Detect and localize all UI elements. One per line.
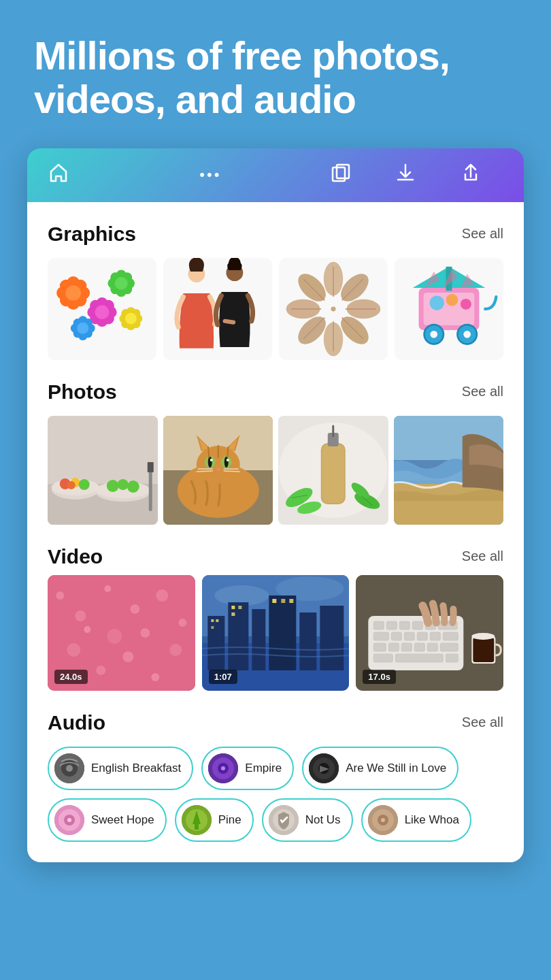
video-item-city[interactable]: 1:07: [202, 575, 350, 691]
svg-point-19: [95, 305, 110, 319]
svg-rect-157: [211, 619, 214, 622]
svg-rect-156: [320, 606, 344, 670]
photo-item-food[interactable]: [48, 416, 158, 525]
svg-rect-191: [473, 638, 495, 662]
home-icon[interactable]: [48, 162, 113, 189]
svg-rect-163: [272, 599, 276, 603]
svg-rect-179: [431, 632, 441, 640]
video-see-all[interactable]: See all: [462, 549, 503, 564]
photo-item-cat[interactable]: [163, 416, 273, 525]
svg-rect-154: [269, 595, 296, 670]
share-icon[interactable]: [438, 162, 503, 189]
svg-point-192: [472, 633, 495, 640]
graphics-section-header: Graphics See all: [48, 223, 503, 246]
svg-point-132: [56, 591, 64, 600]
svg-rect-176: [392, 632, 402, 640]
svg-point-86: [67, 481, 76, 489]
video-item-keyboard[interactable]: 17.0s: [356, 575, 503, 691]
audio-chip-empire[interactable]: Empire: [201, 747, 294, 790]
svg-point-106: [224, 457, 228, 468]
photos-section-header: Photos See all: [48, 380, 503, 404]
svg-rect-183: [402, 643, 412, 651]
svg-rect-162: [231, 612, 235, 616]
svg-rect-210: [195, 824, 199, 830]
svg-rect-165: [289, 599, 293, 603]
audio-thumb-are-we-still: [309, 753, 339, 783]
photo-item-beach[interactable]: [394, 416, 504, 525]
svg-rect-161: [238, 606, 241, 609]
audio-title: Audio: [48, 711, 105, 734]
audio-label-empire: Empire: [245, 762, 282, 775]
svg-point-199: [221, 766, 225, 770]
audio-chip-sweet-hope[interactable]: Sweet Hope: [48, 798, 167, 842]
svg-point-138: [67, 643, 80, 657]
svg-point-137: [178, 619, 186, 627]
graphic-item-cart[interactable]: [395, 258, 503, 360]
audio-label-are-we-still: Are We Still in Love: [346, 762, 446, 775]
svg-point-135: [130, 604, 139, 614]
svg-point-75: [430, 331, 437, 338]
photos-see-all[interactable]: See all: [462, 384, 503, 399]
audio-chip-like-whoa[interactable]: Like Whoa: [361, 798, 471, 842]
svg-point-77: [463, 331, 471, 338]
video-title: Video: [48, 545, 103, 568]
svg-point-134: [104, 585, 111, 592]
svg-rect-170: [387, 621, 397, 630]
svg-rect-152: [228, 602, 248, 670]
video-section-header: Video See all: [48, 545, 503, 568]
nav-bar: •••: [27, 148, 524, 202]
svg-point-108: [226, 459, 229, 461]
svg-rect-189: [446, 654, 458, 662]
audio-label-not-us: Not Us: [305, 813, 341, 827]
audio-label-sweet-hope: Sweet Hope: [91, 813, 154, 827]
content-area: Graphics See all: [27, 202, 524, 862]
svg-point-85: [79, 479, 90, 490]
audio-chip-not-us[interactable]: Not Us: [262, 798, 353, 842]
graphic-item-leaves[interactable]: [279, 258, 388, 360]
svg-rect-155: [299, 612, 316, 670]
svg-point-139: [96, 666, 105, 675]
audio-see-all[interactable]: See all: [462, 715, 503, 730]
svg-line-50: [225, 321, 233, 322]
svg-rect-184: [415, 643, 425, 651]
svg-rect-158: [216, 619, 218, 622]
audio-chip-are-we-still[interactable]: Are We Still in Love: [302, 747, 458, 790]
svg-point-10: [65, 285, 81, 301]
graphic-item-women[interactable]: [163, 258, 272, 360]
svg-rect-117: [322, 444, 344, 503]
photo-item-oils[interactable]: [278, 416, 388, 525]
photos-grid: [48, 416, 503, 525]
audio-grid: English Breakfast Empire: [48, 747, 503, 842]
svg-point-107: [210, 459, 212, 461]
svg-point-206: [67, 818, 71, 822]
copy-icon[interactable]: [308, 162, 373, 189]
download-icon[interactable]: [373, 162, 439, 189]
graphics-title: Graphics: [48, 223, 136, 246]
video-grid: 24.0s: [48, 575, 503, 691]
graphics-see-all[interactable]: See all: [462, 226, 503, 242]
svg-rect-182: [389, 643, 399, 651]
audio-thumb-like-whoa: [368, 805, 398, 835]
graphic-item-flowers[interactable]: [48, 258, 156, 360]
svg-rect-151: [207, 616, 224, 670]
audio-thumb-sweet-hope: [54, 805, 84, 835]
more-options-icon[interactable]: •••: [113, 166, 308, 184]
svg-point-105: [207, 457, 212, 468]
hero-title: Millions of free photos, videos, and aud…: [34, 34, 517, 121]
svg-point-195: [66, 765, 73, 772]
svg-rect-164: [281, 599, 285, 603]
audio-chip-pine[interactable]: Pine: [175, 798, 254, 842]
audio-thumb-not-us: [269, 805, 299, 835]
audio-label-english-breakfast: English Breakfast: [91, 762, 181, 775]
svg-point-71: [430, 295, 444, 310]
video-item-rain[interactable]: 24.0s: [48, 575, 195, 691]
svg-rect-153: [252, 609, 265, 670]
svg-point-91: [127, 480, 139, 493]
svg-rect-159: [211, 626, 214, 629]
svg-rect-180: [444, 632, 458, 640]
audio-chip-english-breakfast[interactable]: English Breakfast: [48, 747, 193, 790]
svg-point-51: [331, 306, 335, 311]
svg-point-140: [122, 651, 133, 662]
svg-rect-187: [374, 654, 393, 662]
graphics-grid: [48, 258, 503, 360]
